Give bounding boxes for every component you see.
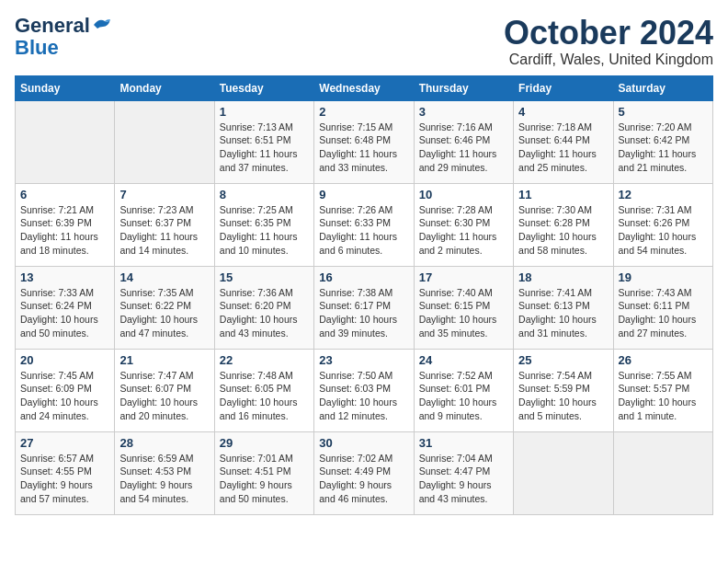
calendar-cell: 2Sunrise: 7:15 AMSunset: 6:48 PMDaylight… xyxy=(314,100,414,183)
day-number: 6 xyxy=(20,188,109,201)
day-number: 20 xyxy=(20,353,109,367)
day-info: Sunrise: 7:26 AMSunset: 6:33 PMDaylight:… xyxy=(319,203,408,258)
calendar-cell xyxy=(115,100,214,183)
day-number: 24 xyxy=(419,353,508,367)
page-subtitle: Cardiff, Wales, United Kingdom xyxy=(504,52,713,68)
day-number: 17 xyxy=(419,270,508,284)
day-number: 4 xyxy=(518,105,608,119)
day-info: Sunrise: 7:04 AMSunset: 4:47 PMDaylight:… xyxy=(419,452,508,506)
calendar-cell: 3Sunrise: 7:16 AMSunset: 6:46 PMDaylight… xyxy=(414,100,513,183)
day-number: 26 xyxy=(619,353,708,367)
calendar-cell: 20Sunrise: 7:45 AMSunset: 6:09 PMDayligh… xyxy=(16,349,115,431)
day-info: Sunrise: 7:20 AMSunset: 6:42 PMDaylight:… xyxy=(619,121,708,175)
day-info: Sunrise: 7:36 AMSunset: 6:20 PMDaylight:… xyxy=(220,286,309,340)
calendar-cell: 25Sunrise: 7:54 AMSunset: 5:59 PMDayligh… xyxy=(514,349,613,431)
day-header-friday: Friday xyxy=(514,75,613,100)
calendar-cell: 1Sunrise: 7:13 AMSunset: 6:51 PMDaylight… xyxy=(214,100,313,183)
day-header-sunday: Sunday xyxy=(16,75,115,100)
day-info: Sunrise: 6:59 AMSunset: 4:53 PMDaylight:… xyxy=(119,452,209,506)
day-number: 22 xyxy=(220,353,309,367)
day-header-thursday: Thursday xyxy=(414,75,513,100)
logo-general: General xyxy=(15,14,90,37)
calendar-cell: 27Sunrise: 6:57 AMSunset: 4:55 PMDayligh… xyxy=(16,431,115,514)
logo: General Blue xyxy=(15,15,112,59)
day-header-monday: Monday xyxy=(115,75,214,100)
calendar-cell: 8Sunrise: 7:25 AMSunset: 6:35 PMDaylight… xyxy=(214,183,313,266)
day-number: 29 xyxy=(220,436,309,450)
day-info: Sunrise: 7:33 AMSunset: 6:24 PMDaylight:… xyxy=(20,286,109,340)
calendar-cell: 22Sunrise: 7:48 AMSunset: 6:05 PMDayligh… xyxy=(214,349,313,431)
day-header-tuesday: Tuesday xyxy=(214,75,313,100)
day-header-wednesday: Wednesday xyxy=(314,75,414,100)
day-number: 16 xyxy=(319,270,408,284)
day-info: Sunrise: 7:02 AMSunset: 4:49 PMDaylight:… xyxy=(319,452,408,506)
day-number: 14 xyxy=(119,270,209,284)
calendar-cell: 18Sunrise: 7:41 AMSunset: 6:13 PMDayligh… xyxy=(514,266,613,349)
day-info: Sunrise: 7:25 AMSunset: 6:35 PMDaylight:… xyxy=(220,203,309,258)
day-info: Sunrise: 7:40 AMSunset: 6:15 PMDaylight:… xyxy=(419,286,508,340)
day-number: 1 xyxy=(220,105,309,119)
calendar-cell: 23Sunrise: 7:50 AMSunset: 6:03 PMDayligh… xyxy=(314,349,414,431)
calendar-cell: 29Sunrise: 7:01 AMSunset: 4:51 PMDayligh… xyxy=(214,431,313,514)
day-info: Sunrise: 7:35 AMSunset: 6:22 PMDaylight:… xyxy=(119,286,209,340)
page-title: October 2024 xyxy=(504,15,713,52)
logo-blue: Blue xyxy=(15,36,59,59)
day-number: 5 xyxy=(619,105,708,119)
calendar-cell: 14Sunrise: 7:35 AMSunset: 6:22 PMDayligh… xyxy=(115,266,214,349)
day-number: 15 xyxy=(220,270,309,284)
day-number: 8 xyxy=(220,188,309,201)
day-info: Sunrise: 7:48 AMSunset: 6:05 PMDaylight:… xyxy=(220,369,309,423)
day-info: Sunrise: 6:57 AMSunset: 4:55 PMDaylight:… xyxy=(20,452,109,506)
day-number: 19 xyxy=(619,270,708,284)
day-info: Sunrise: 7:43 AMSunset: 6:11 PMDaylight:… xyxy=(619,286,708,340)
day-number: 27 xyxy=(20,436,109,450)
calendar-cell xyxy=(613,431,712,514)
calendar-cell: 24Sunrise: 7:52 AMSunset: 6:01 PMDayligh… xyxy=(414,349,513,431)
day-info: Sunrise: 7:47 AMSunset: 6:07 PMDaylight:… xyxy=(119,369,209,423)
day-info: Sunrise: 7:55 AMSunset: 5:57 PMDaylight:… xyxy=(619,369,708,423)
calendar-cell: 17Sunrise: 7:40 AMSunset: 6:15 PMDayligh… xyxy=(414,266,513,349)
day-number: 2 xyxy=(319,105,408,119)
logo-bird-icon xyxy=(92,15,112,37)
day-info: Sunrise: 7:41 AMSunset: 6:13 PMDaylight:… xyxy=(518,286,608,340)
day-info: Sunrise: 7:16 AMSunset: 6:46 PMDaylight:… xyxy=(419,121,508,175)
day-number: 3 xyxy=(419,105,508,119)
calendar-cell: 16Sunrise: 7:38 AMSunset: 6:17 PMDayligh… xyxy=(314,266,414,349)
day-info: Sunrise: 7:38 AMSunset: 6:17 PMDaylight:… xyxy=(319,286,408,340)
day-info: Sunrise: 7:45 AMSunset: 6:09 PMDaylight:… xyxy=(20,369,109,423)
day-number: 30 xyxy=(319,436,408,450)
calendar-cell: 4Sunrise: 7:18 AMSunset: 6:44 PMDaylight… xyxy=(514,100,613,183)
header: General Blue October 2024 Cardiff, Wales… xyxy=(15,15,713,68)
day-info: Sunrise: 7:28 AMSunset: 6:30 PMDaylight:… xyxy=(419,203,508,258)
calendar-cell: 9Sunrise: 7:26 AMSunset: 6:33 PMDaylight… xyxy=(314,183,414,266)
day-number: 31 xyxy=(419,436,508,450)
day-number: 18 xyxy=(518,270,608,284)
day-number: 9 xyxy=(319,188,408,201)
calendar-cell: 26Sunrise: 7:55 AMSunset: 5:57 PMDayligh… xyxy=(613,349,712,431)
day-number: 11 xyxy=(518,188,608,201)
calendar-cell: 7Sunrise: 7:23 AMSunset: 6:37 PMDaylight… xyxy=(115,183,214,266)
day-info: Sunrise: 7:50 AMSunset: 6:03 PMDaylight:… xyxy=(319,369,408,423)
day-info: Sunrise: 7:13 AMSunset: 6:51 PMDaylight:… xyxy=(220,121,309,175)
calendar-cell xyxy=(16,100,115,183)
day-info: Sunrise: 7:18 AMSunset: 6:44 PMDaylight:… xyxy=(518,121,608,175)
title-area: October 2024 Cardiff, Wales, United King… xyxy=(504,15,713,68)
day-number: 13 xyxy=(20,270,109,284)
day-number: 21 xyxy=(119,353,209,367)
day-info: Sunrise: 7:52 AMSunset: 6:01 PMDaylight:… xyxy=(419,369,508,423)
day-info: Sunrise: 7:21 AMSunset: 6:39 PMDaylight:… xyxy=(20,203,109,258)
calendar-cell: 12Sunrise: 7:31 AMSunset: 6:26 PMDayligh… xyxy=(613,183,712,266)
calendar-cell: 31Sunrise: 7:04 AMSunset: 4:47 PMDayligh… xyxy=(414,431,513,514)
day-number: 23 xyxy=(319,353,408,367)
day-number: 7 xyxy=(119,188,209,201)
calendar-cell: 10Sunrise: 7:28 AMSunset: 6:30 PMDayligh… xyxy=(414,183,513,266)
calendar-cell xyxy=(514,431,613,514)
calendar-cell: 19Sunrise: 7:43 AMSunset: 6:11 PMDayligh… xyxy=(613,266,712,349)
calendar-cell: 11Sunrise: 7:30 AMSunset: 6:28 PMDayligh… xyxy=(514,183,613,266)
calendar-table: SundayMondayTuesdayWednesdayThursdayFrid… xyxy=(15,75,713,515)
day-info: Sunrise: 7:01 AMSunset: 4:51 PMDaylight:… xyxy=(220,452,309,506)
day-header-saturday: Saturday xyxy=(613,75,712,100)
day-number: 25 xyxy=(518,353,608,367)
day-info: Sunrise: 7:15 AMSunset: 6:48 PMDaylight:… xyxy=(319,121,408,175)
calendar-cell: 28Sunrise: 6:59 AMSunset: 4:53 PMDayligh… xyxy=(115,431,214,514)
